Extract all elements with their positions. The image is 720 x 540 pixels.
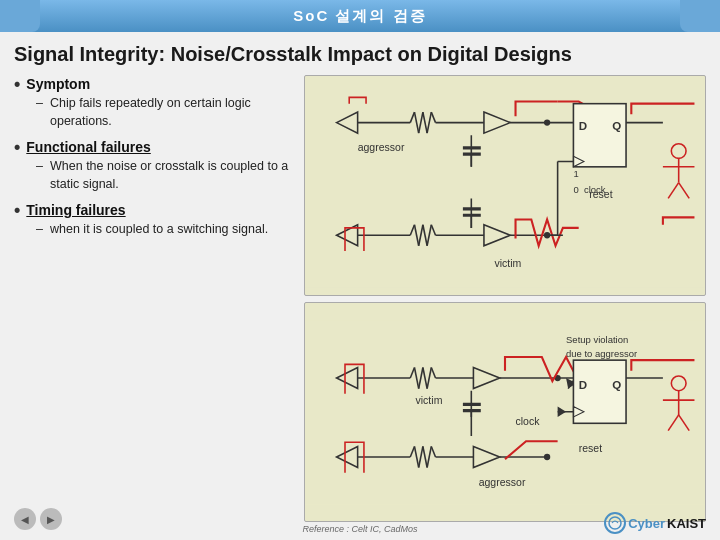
bullet-symptom-label: Symptom <box>26 76 90 92</box>
svg-rect-76 <box>573 360 626 423</box>
nav-next[interactable]: ▶ <box>40 508 62 530</box>
svg-text:D: D <box>579 120 587 132</box>
logo-kaist-text: KAIST <box>667 516 706 531</box>
bullet-dot-symptom: • <box>14 75 20 93</box>
bullet-symptom: • Symptom Chip fails repeatedly on certa… <box>14 75 294 130</box>
svg-text:Q: Q <box>612 120 621 132</box>
left-panel: • Symptom Chip fails repeatedly on certa… <box>14 75 294 522</box>
corner-right-decoration <box>680 0 720 32</box>
top-diagram-svg: aggressor <box>305 76 705 295</box>
bullet-dot-functional: • <box>14 138 20 156</box>
svg-text:aggressor: aggressor <box>358 141 405 153</box>
corner-left-decoration <box>0 0 40 32</box>
bullet-timing-header: • Timing failures <box>14 201 294 219</box>
main-content: Signal Integrity: Noise/Crosstalk Impact… <box>0 32 720 540</box>
top-diagram-box: aggressor <box>304 75 706 296</box>
bullet-functional-label: Functional failures <box>26 139 150 155</box>
title-part1: Signal Integrity <box>14 43 158 65</box>
svg-rect-35 <box>573 104 626 167</box>
content-row: • Symptom Chip fails repeatedly on certa… <box>14 75 706 522</box>
sub-bullet-symptom-0: Chip fails repeatedly on certain logic o… <box>36 95 294 130</box>
bullet-dot-timing: • <box>14 201 20 219</box>
svg-point-104 <box>609 517 621 529</box>
bullet-timing-label: Timing failures <box>26 202 125 218</box>
svg-text:victim: victim <box>416 394 443 406</box>
svg-text:1: 1 <box>573 168 578 179</box>
svg-text:reset: reset <box>589 188 612 200</box>
logo-icon <box>607 515 623 531</box>
bullet-functional: • Functional failures When the noise or … <box>14 138 294 193</box>
bottom-diagram-box: Setup violation due to aggressor <box>304 302 706 523</box>
svg-point-102 <box>544 453 550 459</box>
svg-text:Q: Q <box>612 378 621 390</box>
svg-text:due to aggressor: due to aggressor <box>566 347 637 358</box>
bullet-symptom-header: • Symptom <box>14 75 294 93</box>
right-panel: aggressor <box>304 75 706 522</box>
logo-cyber-text: Cyber <box>628 516 665 531</box>
sub-bullet-timing-0: when it is coupled to a switching signal… <box>36 221 294 239</box>
logo-area: CyberKAIST <box>604 512 706 534</box>
svg-text:0: 0 <box>573 184 578 195</box>
page-title: Signal Integrity: Noise/Crosstalk Impact… <box>14 42 706 67</box>
svg-text:Setup violation: Setup violation <box>566 334 628 345</box>
header-title: SoC 설계의 검증 <box>293 7 426 26</box>
svg-text:clock: clock <box>516 415 541 427</box>
reference-text: Reference : Celt IC, CadMos <box>14 524 706 534</box>
svg-text:D: D <box>579 378 587 390</box>
title-part2: Noise/Crosstalk Impact on Digital Design… <box>165 43 572 65</box>
svg-text:aggressor: aggressor <box>479 476 526 488</box>
sub-bullet-functional-0: When the noise or crosstalk is coupled t… <box>36 158 294 193</box>
logo-circle <box>604 512 626 534</box>
nav-prev[interactable]: ◀ <box>14 508 36 530</box>
bullet-timing: • Timing failures when it is coupled to … <box>14 201 294 239</box>
header-bar: SoC 설계의 검증 9 <box>0 0 720 32</box>
svg-text:victim: victim <box>494 257 521 269</box>
bullet-functional-header: • Functional failures <box>14 138 294 156</box>
bottom-diagram-svg: Setup violation due to aggressor <box>305 303 705 522</box>
svg-text:reset: reset <box>579 441 602 453</box>
nav-arrows: ◀ ▶ <box>14 508 62 530</box>
